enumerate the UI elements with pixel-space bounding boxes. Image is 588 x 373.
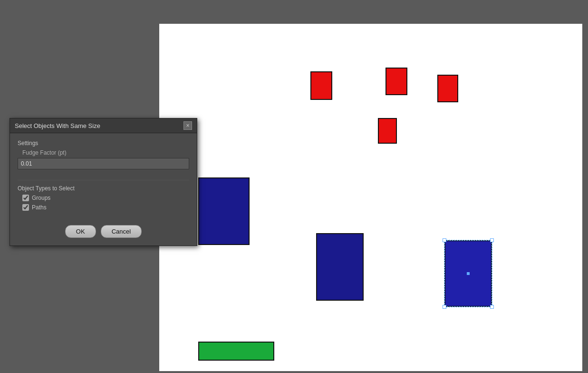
canvas <box>159 24 582 371</box>
handle-tl[interactable] <box>443 238 446 242</box>
ok-button[interactable]: OK <box>65 225 96 238</box>
settings-label: Settings <box>18 140 189 147</box>
red-shape-4 <box>378 118 397 144</box>
fudge-label: Fudge Factor (pt) <box>18 149 189 156</box>
dialog-titlebar: Select Objects With Same Size × <box>10 118 197 133</box>
dialog-body: Settings Fudge Factor (pt) Object Types … <box>10 133 197 220</box>
object-types-label: Object Types to Select <box>18 185 189 192</box>
blue-shape-1 <box>198 177 250 245</box>
red-shape-2 <box>437 75 458 102</box>
dialog-title: Select Objects With Same Size <box>15 122 100 129</box>
handle-bl[interactable] <box>443 305 446 309</box>
groups-label: Groups <box>32 195 50 201</box>
selected-blue-shape <box>444 240 492 307</box>
paths-row: Paths <box>18 204 189 211</box>
groups-row: Groups <box>18 195 189 201</box>
center-dot <box>467 272 470 275</box>
divider <box>18 180 189 180</box>
close-button[interactable]: × <box>183 121 192 130</box>
dialog: Select Objects With Same Size × Settings… <box>10 118 197 246</box>
red-shape-3 <box>386 68 407 95</box>
paths-checkbox[interactable] <box>22 204 29 211</box>
handle-br[interactable] <box>490 305 494 309</box>
handle-tr[interactable] <box>490 238 494 242</box>
paths-label: Paths <box>32 204 47 211</box>
fudge-input[interactable] <box>18 158 189 169</box>
green-shape-1 <box>198 342 274 361</box>
groups-checkbox[interactable] <box>22 195 29 201</box>
red-shape-1 <box>310 71 332 100</box>
blue-shape-2 <box>316 233 364 301</box>
dialog-footer: OK Cancel <box>10 220 197 245</box>
checkbox-group: Groups Paths <box>18 195 189 211</box>
cancel-button[interactable]: Cancel <box>101 225 142 238</box>
